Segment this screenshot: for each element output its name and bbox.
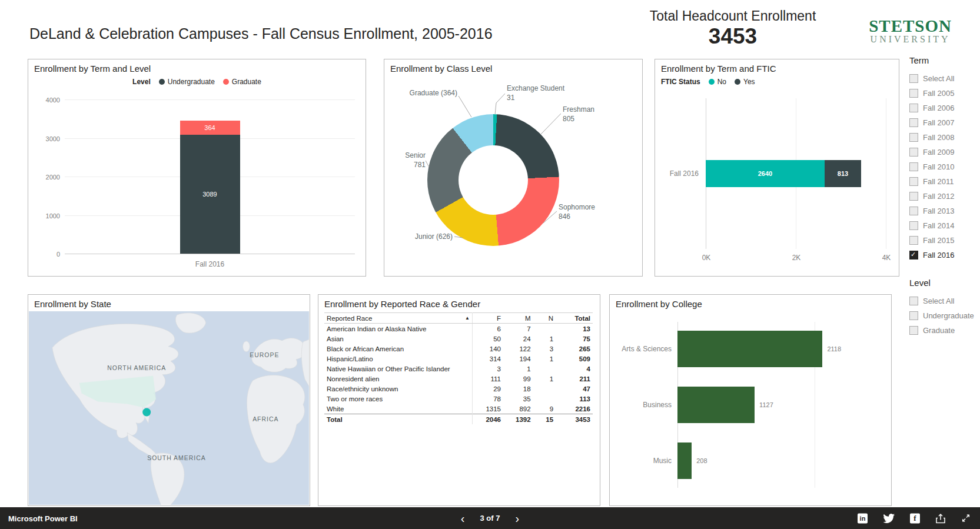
category-label: Business (616, 401, 677, 409)
legend-label: Graduate (232, 78, 261, 86)
level-slicer: Level Select All Undergraduate Graduate (909, 278, 979, 335)
table-row[interactable]: Two or more races7835113 (324, 394, 593, 404)
previous-page-button[interactable]: ‹ (461, 513, 465, 524)
legend-item-undergraduate[interactable]: Undergraduate (159, 78, 215, 86)
checkbox-icon (909, 221, 918, 230)
term-slicer-item-fall-2008[interactable]: Fall 2008 (909, 133, 979, 142)
term-slicer-item-fall-2005[interactable]: Fall 2005 (909, 89, 979, 98)
term-slicer-item-fall-2007[interactable]: Fall 2007 (909, 118, 979, 127)
column-header-race[interactable]: Reported Race▲ (324, 313, 472, 324)
page-navigation: ‹ 3 of 7 › (461, 513, 519, 524)
stetson-logo: STETSON UNIVERSITY (869, 16, 952, 45)
term-slicer-item-fall-2016[interactable]: Fall 2016 (909, 251, 979, 259)
table-row[interactable]: Race/ethnicity unknown291847 (324, 384, 593, 394)
y-category-label: Fall 2016 (670, 169, 699, 178)
linkedin-icon[interactable]: in (858, 513, 868, 523)
term-slicer-item-fall-2009[interactable]: Fall 2009 (909, 148, 979, 157)
fullscreen-icon[interactable] (961, 514, 971, 523)
powerbi-brand: Microsoft Power BI (8, 514, 78, 523)
panel-title: Enrollment by College (616, 299, 702, 309)
race-gender-table: Reported Race▲ F M N Total American Indi… (324, 312, 593, 424)
share-icon[interactable] (935, 513, 946, 523)
ftic-no-value-label: 2640 (758, 170, 772, 177)
term-level-plot: 4000 3000 2000 1000 0 364 3089 (65, 99, 355, 254)
logo-wordmark: STETSON (869, 16, 952, 36)
table-row[interactable]: Hispanic/Latino3141941509 (324, 354, 593, 364)
ftic-yes-segment[interactable]: 813 (825, 160, 861, 187)
undergraduate-dot-icon (159, 79, 165, 85)
level-slicer-item-undergraduate[interactable]: Undergraduate (909, 311, 979, 320)
term-slicer-item-fall-2014[interactable]: Fall 2014 (909, 221, 979, 230)
legend-item-no[interactable]: No (709, 78, 726, 86)
world-map[interactable]: NORTH AMERICA EUROPE AFRICA SOUTH AMERIC… (29, 311, 309, 505)
ftic-legend: FTIC Status No Yes (655, 78, 899, 86)
checkbox-icon (909, 74, 918, 83)
term-slicer-item-fall-2010[interactable]: Fall 2010 (909, 162, 979, 171)
headcount-value: 3453 (636, 24, 830, 49)
next-page-button[interactable]: › (515, 513, 519, 524)
checkbox-icon (909, 177, 918, 186)
column-header-m[interactable]: M (503, 313, 533, 324)
legend-title: Level (132, 78, 151, 86)
column-header-f[interactable]: F (472, 313, 503, 324)
college-bar[interactable] (677, 443, 692, 479)
logo-subtitle: UNIVERSITY (869, 34, 952, 45)
bar-track: 208 (677, 443, 883, 479)
term-slicer-item-fall-2011[interactable]: Fall 2011 (909, 177, 979, 186)
term-slicer-item-select-all[interactable]: Select All (909, 74, 979, 83)
table-row[interactable]: White131589292216 (324, 404, 593, 414)
table-row[interactable]: Black or African American1401223265 (324, 344, 593, 354)
facebook-icon[interactable]: f (910, 513, 920, 523)
column-header-n[interactable]: N (533, 313, 556, 324)
bar-value-label: 1127 (759, 401, 773, 408)
ftic-yes-value-label: 813 (838, 170, 848, 177)
twitter-icon[interactable] (883, 513, 895, 523)
checkbox-icon (909, 133, 918, 142)
term-slicer-item-fall-2015[interactable]: Fall 2015 (909, 236, 979, 245)
undergraduate-value-label: 3089 (202, 191, 217, 198)
college-plot: Arts & Sciences 2118 Business 1127 Music (616, 321, 883, 489)
callout-graduate: Graduate (364) (389, 89, 457, 98)
category-label: Arts & Sciences (616, 345, 677, 353)
term-slicer-item-fall-2012[interactable]: Fall 2012 (909, 192, 979, 201)
ftic-no-dot-icon (709, 79, 715, 85)
checkbox-icon (909, 192, 918, 201)
checkbox-icon (909, 311, 918, 320)
table-row[interactable]: American Indian or Alaska Native6713 (324, 324, 593, 334)
column-header-total[interactable]: Total (556, 313, 593, 324)
level-slicer-title: Level (909, 278, 979, 288)
legend-item-graduate[interactable]: Graduate (223, 78, 261, 86)
table-header-row: Reported Race▲ F M N Total (324, 313, 593, 324)
level-slicer-item-graduate[interactable]: Graduate (909, 326, 979, 335)
term-slicer-list: Select All Fall 2005 Fall 2006 Fall 2007… (909, 74, 979, 259)
undergraduate-segment[interactable]: 3089 (180, 135, 240, 254)
category-label: Music (616, 457, 677, 465)
legend-title: FTIC Status (661, 78, 700, 86)
term-level-panel: Enrollment by Term and Level Level Under… (28, 59, 366, 277)
checkbox-icon (909, 104, 918, 112)
ftic-no-segment[interactable]: 2640 (706, 160, 825, 187)
powerbi-footer: Microsoft Power BI ‹ 3 of 7 › in f (0, 507, 980, 529)
legend-item-yes[interactable]: Yes (735, 78, 755, 86)
callout-freshman: Freshman805 (563, 105, 594, 124)
term-slicer-item-fall-2006[interactable]: Fall 2006 (909, 104, 979, 112)
graduate-segment[interactable]: 364 (180, 121, 240, 135)
florida-bubble (142, 408, 151, 417)
checkbox-icon (909, 236, 918, 245)
donut-ring[interactable] (427, 114, 559, 246)
table-row[interactable]: Nonresident alien111991211 (324, 374, 593, 384)
checkbox-icon (909, 148, 918, 157)
table-row[interactable]: Asian5024175 (324, 334, 593, 344)
checkbox-icon (909, 162, 918, 171)
state-map-panel: Enrollment by State NORTH (28, 294, 310, 506)
legend-label: Undergraduate (168, 78, 215, 86)
term-slicer-item-fall-2013[interactable]: Fall 2013 (909, 207, 979, 215)
college-bar[interactable] (677, 331, 822, 367)
callout-senior: Senior781 (388, 151, 426, 169)
term-slicer: Term Select All Fall 2005 Fall 2006 Fall… (909, 55, 979, 259)
table-row[interactable]: Native Hawaiian or Other Pacific Islande… (324, 364, 593, 374)
panel-title: Enrollment by Reported Race & Gender (324, 299, 480, 309)
college-bar[interactable] (677, 387, 755, 423)
map-label-africa: AFRICA (253, 416, 278, 422)
level-slicer-item-select-all[interactable]: Select All (909, 297, 979, 305)
